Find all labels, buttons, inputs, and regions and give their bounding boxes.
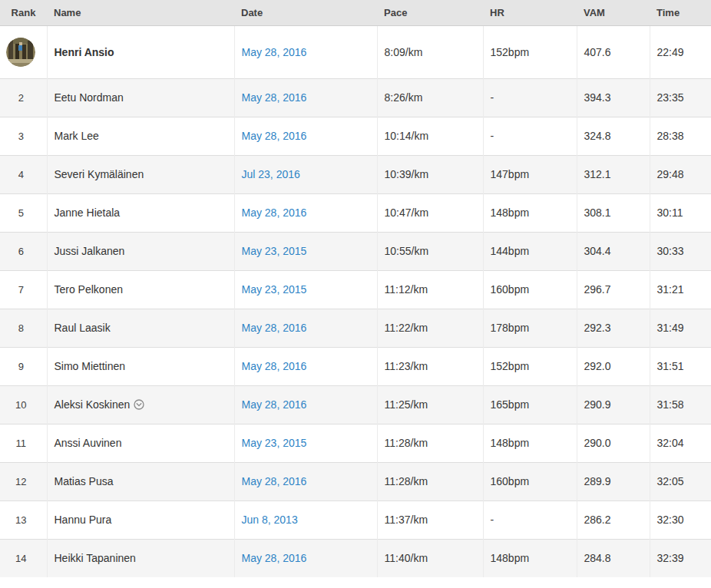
leaderboard-row: 14Heikki TapaninenMay 28, 201611:40/km14…: [0, 539, 711, 577]
effort-date-link[interactable]: Jun 8, 2013: [242, 514, 298, 526]
vam-cell: 286.2: [577, 500, 650, 539]
effort-date-cell: May 28, 2016: [234, 78, 377, 117]
hr-cell: 148bpm: [483, 424, 577, 462]
vam-cell: 296.7: [577, 270, 650, 309]
hr-cell: -: [483, 500, 577, 539]
vam-cell: 284.8: [577, 539, 650, 577]
athlete-name: Jussi Jalkanen: [55, 245, 125, 257]
rank-cell: [0, 25, 47, 78]
athlete-name-cell: Aleksi Koskinen: [47, 385, 234, 424]
rank-cell: 3: [0, 117, 47, 155]
hr-cell: -: [483, 78, 577, 117]
pace-cell: 11:28/km: [377, 424, 483, 462]
effort-date-link[interactable]: May 28, 2016: [242, 46, 307, 58]
athlete-name: Aleksi Koskinen: [55, 398, 131, 411]
vam-cell: 407.6: [577, 25, 650, 78]
rank-cell: 10: [0, 385, 47, 424]
effort-date-link[interactable]: Jul 23, 2016: [242, 168, 300, 180]
athlete-name-cell: Mark Lee: [47, 117, 234, 155]
effort-date-link[interactable]: May 28, 2016: [242, 322, 307, 334]
effort-date-cell: May 28, 2016: [234, 539, 377, 577]
athlete-name-cell: Raul Laasik: [47, 309, 234, 347]
effort-date-link[interactable]: May 28, 2016: [242, 206, 307, 219]
leaderboard-row: 5Janne HietalaMay 28, 201610:47/km148bpm…: [0, 193, 711, 232]
effort-date-link[interactable]: May 28, 2016: [242, 360, 307, 372]
effort-date-link[interactable]: May 28, 2016: [242, 475, 307, 487]
effort-date-link[interactable]: May 23, 2015: [242, 283, 307, 296]
rank-cell: 13: [0, 500, 47, 539]
leaderboard-row: 12Matias PusaMay 28, 201611:28/km160bpm2…: [0, 462, 711, 500]
effort-date-link[interactable]: May 23, 2015: [242, 437, 307, 449]
effort-date-link[interactable]: May 28, 2016: [242, 552, 307, 564]
athlete-name: Matias Pusa: [55, 475, 114, 487]
leaderboard-row: 8Raul LaasikMay 28, 201611:22/km178bpm29…: [0, 309, 711, 347]
effort-date-cell: May 28, 2016: [234, 462, 377, 500]
athlete-name-cell: Simo Miettinen: [47, 347, 234, 385]
athlete-name: Heikki Tapaninen: [55, 552, 136, 564]
pace-cell: 10:14/km: [377, 117, 483, 155]
athlete-name: Anssi Auvinen: [55, 437, 122, 449]
vam-cell: 292.3: [577, 309, 650, 347]
vam-cell: 290.0: [577, 424, 650, 462]
vam-cell: 324.8: [577, 117, 650, 155]
effort-date-cell: May 23, 2015: [234, 232, 377, 270]
time-cell: 30:33: [650, 232, 711, 270]
leaderboard-row: 13Hannu PuraJun 8, 201311:37/km-286.232:…: [0, 500, 711, 539]
rank-cell: 11: [0, 424, 47, 462]
effort-date-cell: May 23, 2015: [234, 424, 377, 462]
rank-cell: 9: [0, 347, 47, 385]
effort-date-link[interactable]: May 28, 2016: [242, 91, 307, 104]
hr-cell: 148bpm: [483, 539, 577, 577]
hr-cell: 144bpm: [483, 232, 577, 270]
circle-chevron-down-icon[interactable]: [134, 399, 144, 410]
athlete-name: Eetu Nordman: [55, 91, 124, 104]
effort-date-cell: May 28, 2016: [234, 385, 377, 424]
time-cell: 30:11: [650, 193, 711, 232]
time-cell: 23:35: [650, 78, 711, 117]
time-cell: 31:51: [650, 347, 711, 385]
hr-cell: 152bpm: [483, 25, 577, 78]
pace-cell: 8:26/km: [377, 78, 483, 117]
athlete-name: Henri Ansio: [55, 46, 114, 58]
time-cell: 32:39: [650, 539, 711, 577]
hr-cell: -: [483, 117, 577, 155]
vam-cell: 290.9: [577, 385, 650, 424]
leaderboard-body: Henri AnsioMay 28, 20168:09/km152bpm407.…: [0, 25, 711, 577]
pace-cell: 11:37/km: [377, 500, 483, 539]
leaderboard-row: 9Simo MiettinenMay 28, 201611:23/km152bp…: [0, 347, 711, 385]
athlete-name-cell: Tero Pelkonen: [47, 270, 234, 309]
time-cell: 32:30: [650, 500, 711, 539]
effort-date-cell: May 28, 2016: [234, 193, 377, 232]
leaderboard-header: Rank Name Date Pace HR VAM Time: [0, 0, 711, 25]
rank-cell: 8: [0, 309, 47, 347]
rank-cell: 7: [0, 270, 47, 309]
leaderboard-row: 4Severi KymäläinenJul 23, 201610:39/km14…: [0, 155, 711, 193]
athlete-name: Severi Kymäläinen: [55, 168, 144, 180]
column-header-vam: VAM: [577, 0, 650, 25]
athlete-name-cell: Eetu Nordman: [47, 78, 234, 117]
leaderboard-row: 7Tero PelkonenMay 23, 201511:12/km160bpm…: [0, 270, 711, 309]
effort-date-link[interactable]: May 28, 2016: [242, 398, 307, 411]
athlete-name: Hannu Pura: [55, 514, 112, 526]
rank-cell: 6: [0, 232, 47, 270]
pace-cell: 10:39/km: [377, 155, 483, 193]
rank-cell: 4: [0, 155, 47, 193]
time-cell: 29:48: [650, 155, 711, 193]
athlete-name: Mark Lee: [55, 130, 99, 142]
athlete-name-cell: Anssi Auvinen: [47, 424, 234, 462]
pace-cell: 10:55/km: [377, 232, 483, 270]
segment-leaderboard-table: Rank Name Date Pace HR VAM Time Henri An…: [0, 0, 711, 577]
hr-cell: 152bpm: [483, 347, 577, 385]
column-header-date: Date: [234, 0, 377, 25]
leaderboard-row: 2Eetu NordmanMay 28, 20168:26/km-394.323…: [0, 78, 711, 117]
column-header-rank: Rank: [0, 0, 47, 25]
effort-date-link[interactable]: May 23, 2015: [242, 245, 307, 257]
rank-cell: 2: [0, 78, 47, 117]
athlete-avatar[interactable]: [6, 38, 35, 67]
pace-cell: 8:09/km: [377, 25, 483, 78]
hr-cell: 160bpm: [483, 462, 577, 500]
athlete-name-cell: Jussi Jalkanen: [47, 232, 234, 270]
athlete-name: Janne Hietala: [55, 206, 121, 219]
leaderboard-row: Henri AnsioMay 28, 20168:09/km152bpm407.…: [0, 25, 711, 78]
effort-date-link[interactable]: May 28, 2016: [242, 130, 307, 142]
